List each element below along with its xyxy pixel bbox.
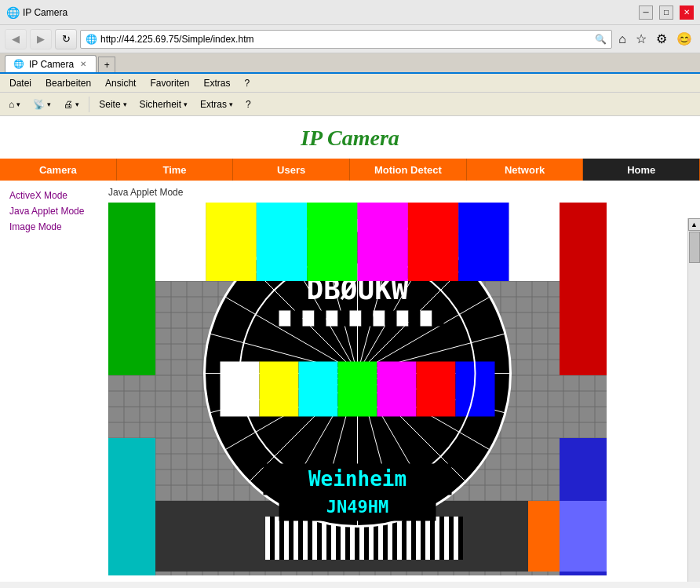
url-input[interactable] xyxy=(100,34,592,45)
nav-users[interactable]: Users xyxy=(233,159,350,181)
maximize-button[interactable]: □ xyxy=(659,5,673,20)
help-label: ? xyxy=(246,99,251,110)
test-card-canvas xyxy=(108,203,607,575)
menu-help[interactable]: ? xyxy=(238,76,256,90)
nav-home[interactable]: Home xyxy=(583,159,700,181)
nav-camera[interactable]: Camera xyxy=(0,159,117,181)
feed-icon: 📡 xyxy=(33,99,45,110)
help-toolbar-btn[interactable]: ? xyxy=(240,95,257,114)
security-label: Sicherheit xyxy=(140,99,181,110)
content-area: ActiveX Mode Java Applet Mode Image Mode… xyxy=(0,181,700,582)
new-tab-button[interactable]: + xyxy=(98,57,115,72)
refresh-button[interactable]: ↻ xyxy=(55,29,77,49)
image-mode-link[interactable]: Image Mode xyxy=(9,221,105,232)
forward-button[interactable]: ▶ xyxy=(30,29,52,49)
scroll-thumb[interactable] xyxy=(689,232,700,263)
menu-datei[interactable]: Datei xyxy=(3,76,38,90)
toolbar-separator xyxy=(89,97,89,112)
menu-bar: Datei Bearbeiten Ansicht Favoriten Extra… xyxy=(0,74,700,93)
title-bar-right: ─ □ ✕ xyxy=(639,5,694,20)
page-dropdown-arrow: ▾ xyxy=(123,100,127,108)
tab-close-button[interactable]: ✕ xyxy=(78,60,88,68)
activex-mode-link[interactable]: ActiveX Mode xyxy=(9,190,105,201)
minimize-button[interactable]: ─ xyxy=(639,5,653,20)
scroll-up-button[interactable]: ▲ xyxy=(688,218,701,231)
menu-favoriten[interactable]: Favoriten xyxy=(144,76,195,90)
menu-bearbeiten[interactable]: Bearbeiten xyxy=(39,76,97,90)
browser-icon: 🌐 xyxy=(6,6,20,19)
page-content: IP Camera Camera Time Users Motion Detec… xyxy=(0,116,700,582)
security-toolbar-btn[interactable]: Sicherheit ▾ xyxy=(134,95,193,114)
close-button[interactable]: ✕ xyxy=(680,5,694,20)
menu-ansicht[interactable]: Ansicht xyxy=(99,76,142,90)
extras-dropdown-arrow: ▾ xyxy=(229,100,233,108)
print-toolbar-btn[interactable]: 🖨 ▾ xyxy=(58,95,85,114)
home-dropdown-arrow: ▾ xyxy=(16,100,20,108)
active-tab[interactable]: 🌐 IP Camera ✕ xyxy=(5,55,97,72)
nav-time[interactable]: Time xyxy=(117,159,234,181)
nav-menu: Camera Time Users Motion Detect Network … xyxy=(0,159,700,181)
tab-label: IP Camera xyxy=(29,59,74,70)
main-content: Java Applet Mode xyxy=(108,187,694,575)
back-button[interactable]: ◀ xyxy=(5,29,27,49)
page-title: IP Camera xyxy=(0,116,700,159)
address-bar: 🌐 🔍 xyxy=(80,30,612,49)
scrollbar: ▲ ▼ xyxy=(687,218,700,582)
java-applet-mode-link[interactable]: Java Applet Mode xyxy=(9,206,105,217)
title-bar-left: 🌐 IP Camera xyxy=(6,6,67,19)
page-label: Seite xyxy=(99,99,120,110)
nav-bar: ◀ ▶ ↻ 🌐 🔍 ⌂ ☆ ⚙ 😊 xyxy=(0,25,700,53)
emoji-icon: 😊 xyxy=(673,30,695,48)
mode-label: Java Applet Mode xyxy=(108,187,694,198)
feed-dropdown-arrow: ▾ xyxy=(47,100,51,108)
nav-network[interactable]: Network xyxy=(467,159,584,181)
tab-bar: 🌐 IP Camera ✕ + xyxy=(0,53,700,74)
page-toolbar-btn[interactable]: Seite ▾ xyxy=(93,95,132,114)
print-dropdown-arrow: ▾ xyxy=(75,100,79,108)
nav-motion-detect[interactable]: Motion Detect xyxy=(350,159,467,181)
feed-toolbar-btn[interactable]: 📡 ▾ xyxy=(27,95,57,114)
window-title: IP Camera xyxy=(23,7,67,18)
favorites-button[interactable]: ☆ xyxy=(633,30,650,48)
print-icon: 🖨 xyxy=(64,99,73,110)
test-card xyxy=(108,203,607,575)
sidebar: ActiveX Mode Java Applet Mode Image Mode xyxy=(6,187,108,575)
menu-extras[interactable]: Extras xyxy=(197,76,236,90)
home-toolbar-btn[interactable]: ⌂ ▾ xyxy=(3,95,26,114)
security-dropdown-arrow: ▾ xyxy=(184,100,188,108)
tools-button[interactable]: ⚙ xyxy=(653,30,670,48)
title-bar: 🌐 IP Camera ─ □ ✕ xyxy=(0,0,700,25)
tab-icon: 🌐 xyxy=(13,59,24,69)
extras-toolbar-btn[interactable]: Extras ▾ xyxy=(195,95,239,114)
scroll-track[interactable] xyxy=(688,231,701,582)
search-icon: 🔍 xyxy=(595,34,607,45)
home-toolbar-icon: ⌂ xyxy=(9,99,14,110)
lock-icon: 🌐 xyxy=(86,34,97,45)
home-button[interactable]: ⌂ xyxy=(615,31,629,48)
extras-label: Extras xyxy=(200,99,227,110)
toolbar: ⌂ ▾ 📡 ▾ 🖨 ▾ Seite ▾ Sicherheit ▾ Extras … xyxy=(0,93,700,116)
